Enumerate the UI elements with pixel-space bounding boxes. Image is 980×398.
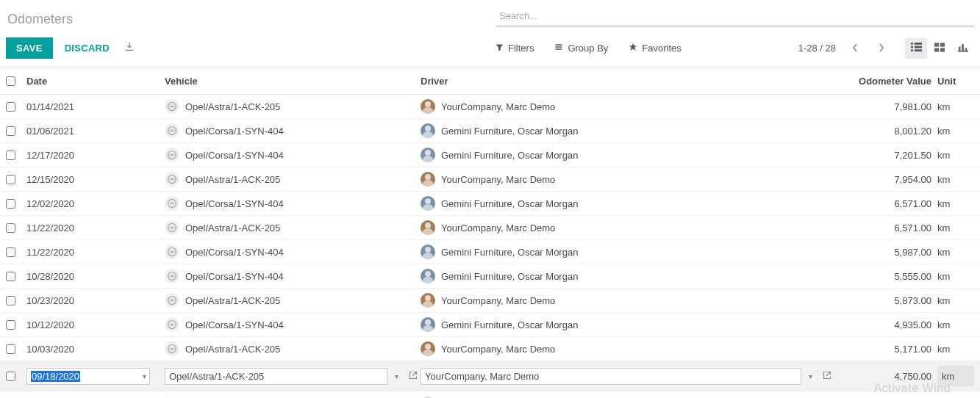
driver-name: YourCompany, Marc Demo (441, 295, 555, 306)
table-row[interactable]: Opel/Corsa/1-SYN-404 Gemini Furniture, O… (0, 391, 980, 398)
driver-name: Gemini Furniture, Oscar Morgan (441, 198, 578, 209)
column-vehicle[interactable]: Vehicle (165, 76, 421, 87)
favorites-button[interactable]: Favorites (629, 43, 681, 54)
driver-name: Gemini Furniture, Oscar Morgan (441, 271, 578, 282)
date-cell: 10/03/2020 (26, 344, 165, 355)
odometer-value[interactable]: 4,750.00 (894, 371, 931, 382)
odometer-value: 5,873.00 (834, 295, 937, 306)
table-row[interactable]: 12/02/2020Opel/Corsa/1-SYN-404Gemini Fur… (0, 192, 980, 216)
column-unit[interactable]: Unit (937, 76, 974, 87)
table-row[interactable]: 11/22/2020Opel/Astra/1-ACK-205YourCompan… (0, 216, 980, 240)
row-checkbox[interactable] (6, 175, 15, 184)
vehicle-name: Opel/Corsa/1-SYN-404 (185, 271, 284, 282)
driver-name: YourCompany, Marc Demo (441, 101, 555, 112)
row-checkbox[interactable] (6, 102, 15, 112)
driver-name: Gemini Furniture, Oscar Morgan (441, 319, 578, 330)
driver-input[interactable]: YourCompany, Marc Demo (421, 368, 801, 385)
chevron-right-icon (878, 43, 885, 54)
svg-rect-9 (940, 48, 945, 51)
chevron-down-icon[interactable]: ▾ (140, 372, 149, 380)
row-checkbox[interactable] (6, 296, 15, 305)
next-page-button[interactable] (871, 38, 892, 59)
table-row[interactable]: 12/15/2020Opel/Astra/1-ACK-205YourCompan… (0, 167, 980, 192)
date-cell: 12/15/2020 (26, 174, 165, 185)
external-link-icon[interactable] (820, 371, 834, 382)
row-checkbox[interactable] (6, 272, 15, 281)
groupby-label: Group By (568, 43, 608, 54)
row-checkbox[interactable] (6, 247, 15, 257)
graph-view-button[interactable] (952, 38, 974, 59)
table-row[interactable]: 10/23/2020Opel/Astra/1-ACK-205YourCompan… (0, 289, 980, 313)
avatar (421, 172, 435, 187)
table-row[interactable]: 10/12/2020Opel/Corsa/1-SYN-404Gemini Fur… (0, 313, 980, 337)
date-input[interactable]: 09/18/2020 ▾ (26, 368, 150, 385)
download-button[interactable] (121, 42, 137, 54)
vehicle-name: Opel/Astra/1-ACK-205 (185, 295, 280, 306)
unit-cell: km (937, 101, 974, 112)
svg-rect-3 (914, 46, 921, 48)
row-checkbox[interactable] (6, 126, 15, 136)
brand-icon (165, 148, 179, 162)
vehicle-name: Opel/Astra/1-ACK-205 (185, 174, 280, 185)
vehicle-input[interactable]: Opel/Astra/1-ACK-205 (165, 368, 387, 385)
chevron-down-icon[interactable]: ▾ (806, 372, 815, 380)
kanban-view-button[interactable] (929, 38, 951, 59)
table-row-editing[interactable]: 09/18/2020 ▾ Opel/Astra/1-ACK-205 ▾ Your… (0, 361, 980, 391)
chevron-down-icon[interactable]: ▾ (392, 372, 401, 380)
prev-page-button[interactable] (845, 38, 865, 59)
svg-rect-12 (962, 44, 964, 51)
odometer-value: 8,001.20 (834, 126, 937, 137)
external-link-icon[interactable] (406, 371, 421, 382)
table-row[interactable]: 01/14/2021Opel/Astra/1-ACK-205YourCompan… (0, 95, 980, 119)
row-checkbox[interactable] (6, 223, 15, 233)
row-checkbox[interactable] (6, 199, 15, 209)
table-row[interactable]: 11/22/2020Opel/Corsa/1-SYN-404Gemini Fur… (0, 240, 980, 264)
unit-cell: km (937, 366, 974, 386)
unit-cell: km (937, 344, 974, 355)
unit-cell: km (937, 319, 974, 330)
table-row[interactable]: 12/17/2020Opel/Corsa/1-SYN-404Gemini Fur… (0, 143, 980, 167)
avatar (421, 341, 435, 356)
svg-rect-0 (911, 43, 913, 45)
svg-rect-13 (965, 48, 968, 51)
search-input[interactable] (496, 6, 974, 26)
row-checkbox[interactable] (6, 372, 15, 381)
vehicle-name: Opel/Corsa/1-SYN-404 (185, 150, 284, 161)
unit-cell: km (937, 271, 974, 282)
vehicle-name: Opel/Corsa/1-SYN-404 (185, 319, 284, 330)
column-driver[interactable]: Driver (421, 76, 834, 87)
filters-label: Filters (508, 43, 534, 54)
funnel-icon (496, 43, 504, 54)
groupby-button[interactable]: Group By (554, 43, 608, 54)
odometer-value: 7,981.00 (834, 101, 937, 112)
page-title: Odometers (6, 6, 73, 27)
date-cell: 11/22/2020 (26, 222, 165, 234)
date-cell: 10/12/2020 (26, 319, 165, 330)
table-row[interactable]: 01/06/2021Opel/Corsa/1-SYN-404Gemini Fur… (0, 119, 980, 143)
column-date[interactable]: Date (26, 76, 165, 87)
vehicle-name: Opel/Astra/1-ACK-205 (185, 344, 280, 355)
odometer-value: 5,555.00 (834, 271, 937, 282)
discard-button[interactable]: DISCARD (65, 43, 110, 54)
row-checkbox[interactable] (6, 344, 15, 354)
row-checkbox[interactable] (6, 151, 15, 160)
brand-icon (165, 293, 179, 308)
date-cell: 10/23/2020 (26, 295, 165, 306)
unit-cell: km (937, 150, 974, 161)
column-odometer[interactable]: Odometer Value (834, 76, 937, 87)
save-button[interactable]: SAVE (6, 37, 53, 59)
favorites-label: Favorites (642, 43, 681, 54)
brand-icon (165, 220, 179, 235)
svg-rect-11 (959, 47, 961, 51)
driver-name: YourCompany, Marc Demo (441, 344, 555, 355)
kanban-view-icon (934, 42, 945, 54)
table-row[interactable]: 10/03/2020Opel/Astra/1-ACK-205YourCompan… (0, 337, 980, 361)
filters-button[interactable]: Filters (496, 43, 534, 54)
odometer-value: 6,571.00 (834, 198, 937, 209)
odometer-value: 6,571.00 (834, 222, 937, 234)
list-view-button[interactable] (905, 38, 927, 59)
select-all-checkbox[interactable] (6, 76, 15, 86)
vehicle-name: Opel/Corsa/1-SYN-404 (185, 247, 284, 258)
table-row[interactable]: 10/28/2020Opel/Corsa/1-SYN-404Gemini Fur… (0, 264, 980, 289)
row-checkbox[interactable] (6, 320, 15, 330)
